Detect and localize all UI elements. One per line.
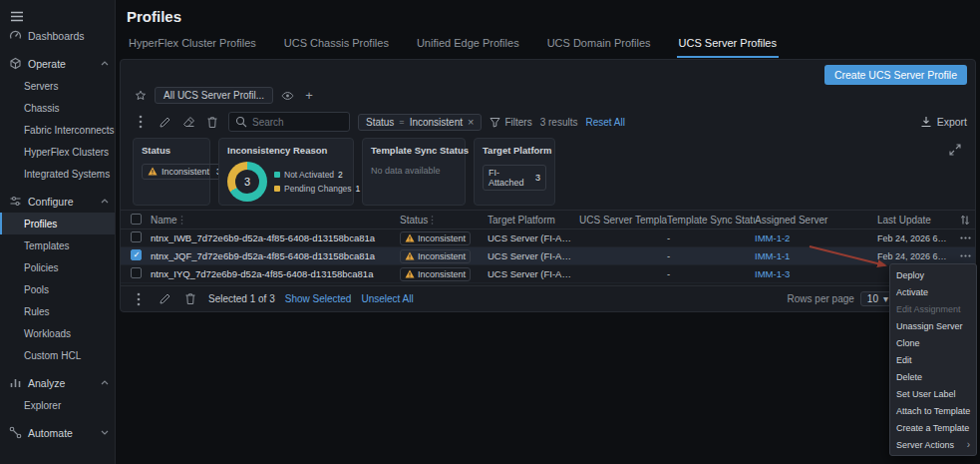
chevron-right-icon: › <box>967 439 970 450</box>
menu-item-server-actions[interactable]: Server Actions › <box>890 436 976 453</box>
sidebar-section-automate[interactable]: Automate <box>0 421 115 444</box>
status-widget: Status Inconsistent 3 <box>133 138 210 206</box>
chevron-up-icon <box>101 380 109 385</box>
show-selected-link[interactable]: Show Selected <box>285 293 352 304</box>
assigned-server-link[interactable]: IMM-1-1 <box>755 250 790 261</box>
profile-name-link[interactable]: ntnx_IWB_7d72e6b9-d52a-4f85-6408-d13158b… <box>151 232 400 243</box>
menu-item-attach-to-template[interactable]: Attach to Template <box>890 402 976 419</box>
expand-widgets-icon[interactable] <box>947 142 963 158</box>
sidebar-item-profiles[interactable]: Profiles <box>0 213 115 234</box>
menu-toggle-button[interactable] <box>0 0 115 24</box>
add-view-button[interactable]: + <box>301 88 317 104</box>
table-row[interactable]: ntnx_IWB_7d72e6b9-d52a-4f85-6408-d13158b… <box>121 230 975 247</box>
column-menu-icon[interactable] <box>180 216 183 225</box>
row-checkbox[interactable] <box>131 249 142 260</box>
edit-icon[interactable] <box>157 291 172 307</box>
sidebar-item-pools[interactable]: Pools <box>0 278 115 300</box>
column-header-ucs-server-template[interactable]: UCS Server Template <box>579 215 667 226</box>
delete-icon[interactable] <box>204 114 220 130</box>
assigned-server-link[interactable]: IMM-1-3 <box>755 268 790 279</box>
column-header-name[interactable]: Name <box>151 215 400 226</box>
profile-name-link[interactable]: ntnx_JQF_7d72e6b9-d52a-4f85-6408-d13158b… <box>151 250 400 261</box>
sidebar-item-fabric-interconnects[interactable]: Fabric Interconnects <box>0 119 115 141</box>
edit-icon[interactable] <box>157 114 172 130</box>
menu-item-label: Server Actions <box>896 440 954 450</box>
sidebar-item-templates[interactable]: Templates <box>0 234 115 256</box>
eraser-icon[interactable] <box>180 114 196 130</box>
status-filter-chip[interactable]: Status = Inconsistent × <box>358 114 482 131</box>
assigned-server-link[interactable]: IMM-1-2 <box>755 232 790 243</box>
status-inconsistent-badge[interactable]: Inconsistent 3 <box>142 164 227 180</box>
column-header-template-sync-status[interactable]: Template Sync Status <box>667 215 755 226</box>
sidebar-item-rules[interactable]: Rules <box>0 300 115 322</box>
hamburger-icon <box>10 11 24 22</box>
column-header-last-update[interactable]: Last Update <box>877 215 955 226</box>
column-header-assigned-server[interactable]: Assigned Server <box>755 215 877 226</box>
menu-item-create-a-template[interactable]: Create a Template <box>890 419 976 436</box>
tab-hyperflex-cluster-profiles[interactable]: HyperFlex Cluster Profiles <box>127 31 258 58</box>
status-badge: Inconsistent <box>400 267 471 281</box>
table-row[interactable]: ntnx_JQF_7d72e6b9-d52a-4f85-6408-d13158b… <box>121 247 975 265</box>
saved-view-tab[interactable]: All UCS Server Profil... <box>155 87 273 104</box>
tab-ucs-domain-profiles[interactable]: UCS Domain Profiles <box>545 31 653 58</box>
column-header-target-platform[interactable]: Target Platform <box>488 215 579 226</box>
more-actions-icon[interactable] <box>133 114 149 130</box>
sidebar-item-dashboards[interactable]: Dashboards <box>0 24 115 47</box>
menu-item-clone[interactable]: Clone <box>890 334 976 351</box>
row-checkbox[interactable] <box>131 232 142 242</box>
select-all-checkbox[interactable] <box>131 214 142 225</box>
platform-fi-attached-badge[interactable]: FI-Attached 3 <box>483 165 546 191</box>
inconsistency-donut-chart[interactable]: 3 <box>227 162 267 202</box>
sidebar-section-operate[interactable]: Operate <box>0 52 115 75</box>
sidebar-item-policies[interactable]: Policies <box>0 256 115 278</box>
row-checkbox[interactable] <box>131 267 142 278</box>
create-ucs-server-profile-button[interactable]: Create UCS Server Profile <box>824 65 967 85</box>
sidebar-section-label: Analyze <box>28 377 65 389</box>
menu-item-activate[interactable]: Activate <box>890 283 976 300</box>
more-actions-icon[interactable] <box>131 291 147 307</box>
menu-item-delete[interactable]: Delete <box>890 368 976 385</box>
rows-per-page-value: 10 <box>867 293 878 304</box>
table-settings-icon[interactable] <box>955 215 975 226</box>
sidebar-section-label: Configure <box>28 196 74 208</box>
unselect-all-link[interactable]: Unselect All <box>361 293 413 304</box>
delete-icon[interactable] <box>182 291 198 307</box>
menu-item-set-user-label[interactable]: Set User Label <box>890 385 976 402</box>
manage-views-icon[interactable] <box>279 88 295 104</box>
sidebar-item-workloads[interactable]: Workloads <box>0 322 115 344</box>
search-input[interactable] <box>252 117 343 128</box>
row-actions-button[interactable] <box>955 236 975 239</box>
menu-item-unassign-server[interactable]: Unassign Server <box>890 317 976 334</box>
sidebar-section-analyze[interactable]: Analyze <box>0 371 115 394</box>
pin-view-icon[interactable] <box>133 88 149 104</box>
reset-all-link[interactable]: Reset All <box>585 117 624 128</box>
sidebar-item-servers[interactable]: Servers <box>0 75 115 97</box>
menu-item-deploy[interactable]: Deploy <box>890 266 976 283</box>
legend-pending-changes[interactable]: Pending Changes 1 <box>274 184 360 194</box>
sidebar-item-chassis[interactable]: Chassis <box>0 97 115 119</box>
sidebar-item-hyperflex-clusters[interactable]: HyperFlex Clusters <box>0 141 115 163</box>
sidebar-item-integrated-systems[interactable]: Integrated Systems <box>0 163 115 185</box>
profile-name-link[interactable]: ntnx_IYQ_7d72e6b9-d52a-4f85-6408-d13158b… <box>151 268 400 279</box>
sidebar-section-configure[interactable]: Configure <box>0 190 115 213</box>
export-button[interactable]: Export <box>920 116 967 128</box>
sidebar-item-custom-hcl[interactable]: Custom HCL <box>0 344 115 366</box>
close-icon[interactable]: × <box>468 117 474 128</box>
search-box[interactable] <box>228 112 350 132</box>
row-actions-button[interactable] <box>955 254 975 257</box>
tab-ucs-chassis-profiles[interactable]: UCS Chassis Profiles <box>282 31 391 58</box>
page-header: Profiles HyperFlex Cluster Profiles UCS … <box>117 0 980 58</box>
filters-button[interactable]: Filters <box>490 117 531 128</box>
warning-icon <box>405 251 415 260</box>
column-menu-icon[interactable] <box>431 216 434 225</box>
legend-not-activated[interactable]: Not Activated 2 <box>274 170 360 180</box>
status-badge: Inconsistent <box>400 232 471 245</box>
tab-ucs-server-profiles[interactable]: UCS Server Profiles <box>677 31 779 58</box>
warning-icon <box>405 233 415 242</box>
sidebar-item-explorer[interactable]: Explorer <box>0 394 115 416</box>
caret-down-icon: ▾ <box>883 293 888 304</box>
column-header-status[interactable]: Status <box>400 215 488 226</box>
table-row[interactable]: ntnx_IYQ_7d72e6b9-d52a-4f85-6408-d13158b… <box>121 265 975 283</box>
menu-item-edit[interactable]: Edit <box>890 351 976 368</box>
tab-unified-edge-profiles[interactable]: Unified Edge Profiles <box>415 31 521 58</box>
